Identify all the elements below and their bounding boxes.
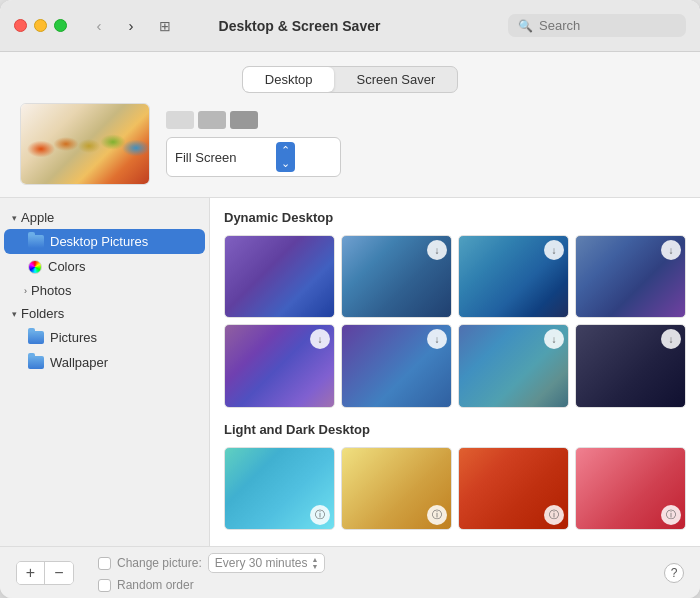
- color-previews: [166, 111, 341, 129]
- chevron-down-icon: ▾: [12, 213, 17, 223]
- traffic-lights: [14, 19, 67, 32]
- sidebar-apple-label: Apple: [21, 210, 54, 225]
- help-button[interactable]: ?: [664, 563, 684, 583]
- wallpaper-grid-area: Dynamic Desktop ↓ ↓ ↓ ↓ ↓: [210, 198, 700, 546]
- sidebar-group-apple[interactable]: ▾ Apple: [0, 206, 209, 229]
- tab-screensaver[interactable]: Screen Saver: [334, 67, 457, 92]
- info-badge-icon[interactable]: ⓘ: [544, 505, 564, 525]
- download-badge-icon[interactable]: ↓: [427, 329, 447, 349]
- wallpaper-item[interactable]: ↓: [341, 324, 452, 407]
- preview-options: Fill Screen ⌃⌄: [166, 111, 341, 177]
- sidebar-desktop-pictures-label: Desktop Pictures: [50, 234, 148, 249]
- color-preview-3: [230, 111, 258, 129]
- sidebar-folders-label: Folders: [21, 306, 64, 321]
- download-badge-icon[interactable]: ↓: [661, 240, 681, 260]
- sidebar-item-pictures[interactable]: Pictures: [0, 325, 209, 350]
- colorwheel-icon: [28, 260, 42, 274]
- wallpaper-item[interactable]: [224, 235, 335, 318]
- bottom-checkboxes: Change picture: Every 30 minutes ▲▼ Rand…: [98, 553, 325, 592]
- sidebar-wallpaper-label: Wallpaper: [50, 355, 108, 370]
- chevron-right-icon: ›: [24, 286, 27, 296]
- window-title: Desktop & Screen Saver: [101, 18, 498, 34]
- preview-image: [21, 104, 149, 184]
- preview-thumbnail: [20, 103, 150, 185]
- main-content: ▾ Apple Desktop Pictures Colors › Photos…: [0, 197, 700, 546]
- random-order-row: Random order: [98, 578, 325, 592]
- fill-mode-label: Fill Screen: [175, 150, 236, 165]
- wallpaper-item[interactable]: ↓: [458, 235, 569, 318]
- add-remove-buttons: + −: [16, 561, 74, 585]
- sidebar-item-desktop-pictures[interactable]: Desktop Pictures: [4, 229, 205, 254]
- chevron-down-icon-2: ▾: [12, 309, 17, 319]
- main-window: ‹ › ⊞ Desktop & Screen Saver 🔍 Desktop S…: [0, 0, 700, 598]
- wallpaper-item[interactable]: ⓘ: [458, 447, 569, 530]
- tabs-area: Desktop Screen Saver: [0, 52, 700, 103]
- wallpaper-item[interactable]: ↓: [224, 324, 335, 407]
- download-badge-icon[interactable]: ↓: [544, 240, 564, 260]
- search-input[interactable]: [539, 18, 676, 33]
- add-button[interactable]: +: [17, 562, 45, 584]
- sidebar-photos-label: Photos: [31, 283, 71, 298]
- sidebar-colors-label: Colors: [48, 259, 86, 274]
- wallpaper-item[interactable]: ⓘ: [341, 447, 452, 530]
- sidebar-group-photos[interactable]: › Photos: [0, 279, 209, 302]
- color-preview-1: [166, 111, 194, 129]
- info-badge-icon[interactable]: ⓘ: [310, 505, 330, 525]
- wallpaper-item[interactable]: ⓘ: [575, 447, 686, 530]
- wallpaper-item[interactable]: ↓: [458, 324, 569, 407]
- dropdown-arrow-icon: ⌃⌄: [276, 142, 295, 172]
- change-picture-label: Change picture:: [117, 556, 202, 570]
- wallpaper-item[interactable]: ↓: [341, 235, 452, 318]
- search-icon: 🔍: [518, 19, 533, 33]
- sidebar-pictures-label: Pictures: [50, 330, 97, 345]
- interval-label: Every 30 minutes: [215, 556, 308, 570]
- download-badge-icon[interactable]: ↓: [427, 240, 447, 260]
- bottom-bar: + − Change picture: Every 30 minutes ▲▼ …: [0, 546, 700, 598]
- section-title-dynamic: Dynamic Desktop: [224, 210, 686, 225]
- change-picture-checkbox[interactable]: [98, 557, 111, 570]
- sidebar-item-colors[interactable]: Colors: [0, 254, 209, 279]
- interval-stepper-icon: ▲▼: [311, 556, 318, 570]
- color-preview-2: [198, 111, 226, 129]
- info-badge-icon[interactable]: ⓘ: [427, 505, 447, 525]
- close-button[interactable]: [14, 19, 27, 32]
- folder-wallpaper-icon: [28, 356, 44, 369]
- sidebar: ▾ Apple Desktop Pictures Colors › Photos…: [0, 198, 210, 546]
- maximize-button[interactable]: [54, 19, 67, 32]
- interval-select[interactable]: Every 30 minutes ▲▼: [208, 553, 326, 573]
- random-order-checkbox[interactable]: [98, 579, 111, 592]
- folder-icon: [28, 235, 44, 248]
- download-badge-icon[interactable]: ↓: [544, 329, 564, 349]
- dynamic-desktop-grid: ↓ ↓ ↓ ↓ ↓ ↓ ↓: [224, 235, 686, 408]
- download-badge-icon[interactable]: ↓: [310, 329, 330, 349]
- preview-area: Fill Screen ⌃⌄: [0, 103, 700, 197]
- light-dark-grid: ⓘ ⓘ ⓘ ⓘ: [224, 447, 686, 530]
- change-picture-row: Change picture: Every 30 minutes ▲▼: [98, 553, 325, 573]
- info-badge-icon[interactable]: ⓘ: [661, 505, 681, 525]
- remove-button[interactable]: −: [45, 562, 73, 584]
- wallpaper-item[interactable]: ⓘ: [224, 447, 335, 530]
- download-badge-icon[interactable]: ↓: [661, 329, 681, 349]
- tab-desktop[interactable]: Desktop: [243, 67, 335, 92]
- wallpaper-item[interactable]: ↓: [575, 235, 686, 318]
- sidebar-section-apple: ▾ Apple Desktop Pictures Colors › Photos…: [0, 206, 209, 375]
- tab-group: Desktop Screen Saver: [242, 66, 458, 93]
- section-title-light-dark: Light and Dark Desktop: [224, 422, 686, 437]
- wallpaper-item[interactable]: ↓: [575, 324, 686, 407]
- sidebar-item-wallpaper[interactable]: Wallpaper: [0, 350, 209, 375]
- titlebar: ‹ › ⊞ Desktop & Screen Saver 🔍: [0, 0, 700, 52]
- random-order-label: Random order: [117, 578, 194, 592]
- minimize-button[interactable]: [34, 19, 47, 32]
- sidebar-group-folders[interactable]: ▾ Folders: [0, 302, 209, 325]
- search-bar[interactable]: 🔍: [508, 14, 686, 37]
- fill-mode-dropdown[interactable]: Fill Screen ⌃⌄: [166, 137, 341, 177]
- folder-pictures-icon: [28, 331, 44, 344]
